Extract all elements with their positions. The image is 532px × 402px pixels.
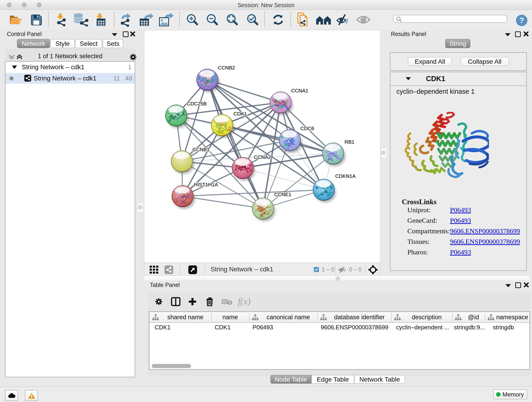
svg-text:?: ? — [519, 16, 524, 25]
svg-text:CDKN1A: CDKN1A — [335, 173, 356, 179]
svg-text:RB1: RB1 — [345, 139, 355, 145]
svg-text:CDC6: CDC6 — [300, 126, 314, 131]
svg-text:HIST1H1A: HIST1H1A — [194, 182, 218, 187]
svg-text:CCNA1: CCNA1 — [291, 88, 308, 94]
svg-text:CCNB2: CCNB2 — [218, 65, 235, 70]
svg-text:CDK1: CDK1 — [234, 111, 247, 117]
svg-text:CCNE1: CCNE1 — [274, 191, 291, 197]
svg-text:CDC25B: CDC25B — [187, 101, 207, 107]
svg-text:CCNA2: CCNA2 — [254, 154, 271, 160]
svg-text:CCNB1: CCNB1 — [192, 147, 210, 153]
